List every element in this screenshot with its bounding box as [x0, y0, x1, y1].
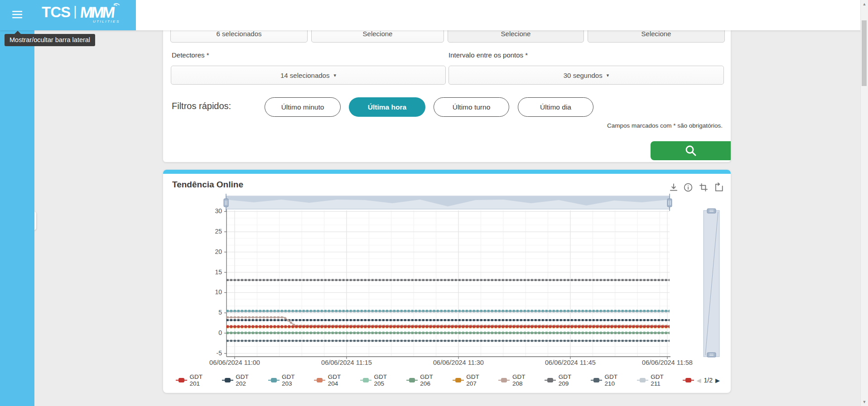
search-button[interactable] [651, 141, 731, 160]
legend-marker [222, 377, 233, 383]
legend-label: GDT 201 [189, 373, 213, 387]
legend-item-gdt-203[interactable]: GDT 203 [268, 373, 306, 387]
legend-prev-icon[interactable]: ◀ [697, 377, 701, 384]
scrollbar-up-icon[interactable]: ▲ [862, 2, 867, 6]
legend-label: GDT 207 [466, 373, 490, 387]
chart-legend: GDT 201GDT 202GDT 203GDT 204GDT 205GDT 2… [176, 373, 720, 387]
y-axis-label: 30 [207, 207, 222, 215]
legend-item-gdt-202[interactable]: GDT 202 [222, 373, 260, 387]
y-zoom-slider[interactable] [704, 209, 719, 357]
y-axis-label: 20 [207, 248, 222, 255]
x-axis-label: 06/06/2024 11:15 [313, 359, 381, 366]
legend-label: GDT 204 [328, 373, 352, 387]
legend-item-gdt-210[interactable]: GDT 210 [591, 373, 629, 387]
legend-label: GDT 210 [604, 373, 628, 387]
legend-next-icon[interactable]: ▶ [715, 377, 720, 384]
legend-items: GDT 201GDT 202GDT 203GDT 204GDT 205GDT 2… [176, 373, 697, 387]
legend-marker [268, 377, 279, 383]
app-logo-block: TCS | MMM UTILITIES [0, 0, 136, 30]
detectores-label: Detectores * [172, 51, 209, 59]
page-scrollbar-thumb[interactable] [862, 20, 867, 86]
legend-label: GDT 211 [651, 373, 674, 387]
x-zoom-slider[interactable] [224, 194, 672, 211]
legend-marker [406, 377, 417, 383]
chevron-down-icon: ▾ [607, 72, 609, 78]
required-note: Campos marcados com * são obrigatórios. [607, 122, 723, 129]
legend-marker [498, 377, 509, 383]
legend-item-gdt-201[interactable]: GDT 201 [176, 373, 214, 387]
detectores-value: 14 selecionados [280, 72, 329, 79]
legend-item-gdt-209[interactable]: GDT 209 [545, 373, 583, 387]
legend-marker [176, 377, 187, 383]
filters-card: 6 selecionadosSelecioneSelecioneSelecion… [163, 30, 731, 162]
legend-marker [683, 377, 694, 383]
intervalo-dropdown[interactable]: 30 segundos▾ [448, 66, 724, 85]
top-dropdown-value: Selecione [641, 30, 671, 38]
top-dropdown-1[interactable]: Selecione [311, 30, 444, 43]
y-axis-label: 0 [207, 329, 222, 336]
quick-filter-ultimo-minuto[interactable]: Último minuto [265, 97, 341, 117]
quick-filters-label: Filtros rápidos: [172, 101, 231, 111]
legend-item-gdt-208[interactable]: GDT 208 [498, 373, 536, 387]
intervalo-label: Intervalo entre os pontos * [448, 51, 528, 59]
scrollbar-down-icon[interactable]: ▼ [862, 400, 867, 404]
x-axis-label: 06/06/2024 11:58 [633, 359, 701, 366]
app-logo: TCS | MMM UTILITIES [42, 4, 121, 24]
app-screen: Tendência on-line André Monteiro TCS Adm… [0, 0, 868, 406]
wifi-signal-icon [114, 2, 121, 8]
hamburger-menu-button[interactable] [10, 8, 24, 21]
legend-marker [453, 377, 463, 383]
legend-label: GDT 209 [559, 373, 583, 387]
logo-separator: | [73, 4, 77, 19]
top-dropdown-value: Selecione [363, 30, 393, 38]
quick-filter-ultimo-dia[interactable]: Último dia [518, 97, 593, 117]
top-dropdown-3[interactable]: Selecione [588, 30, 725, 43]
top-dropdown-value: Selecione [501, 30, 531, 38]
legend-item-gdt-205[interactable]: GDT 205 [360, 373, 398, 387]
detectores-dropdown[interactable]: 14 selecionados▾ [171, 66, 446, 85]
legend-marker [591, 377, 602, 383]
sidebar [0, 30, 34, 406]
legend-item-gdt-206[interactable]: GDT 206 [406, 373, 444, 387]
legend-label: GDT 202 [236, 373, 260, 387]
hamburger-icon [10, 8, 24, 21]
y-axis-label: 5 [207, 309, 222, 316]
legend-pager: ◀ 1/2 ▶ [697, 377, 720, 384]
intervalo-value: 30 segundos [564, 72, 603, 79]
legend-item-gdt-207[interactable]: GDT 207 [453, 373, 491, 387]
legend-label: GDT 205 [374, 373, 398, 387]
x-axis-label: 06/06/2024 11:00 [201, 359, 269, 366]
search-icon [684, 144, 698, 158]
y-axis-label: -5 [207, 349, 222, 357]
sidebar-tooltip: Mostrar/ocultar barra lateral [5, 34, 95, 46]
logo-text-mmm: MMM [79, 4, 114, 21]
y-axis-label: 10 [207, 288, 222, 296]
y-axis-label: 25 [207, 228, 222, 235]
top-dropdown-2[interactable]: Selecione [448, 30, 584, 43]
legend-marker [637, 377, 648, 383]
legend-label: GDT 208 [512, 373, 536, 387]
legend-page-indicator: 1/2 [704, 377, 713, 384]
legend-marker [545, 377, 555, 383]
legend-marker [360, 377, 371, 383]
quick-filter-ultimo-turno[interactable]: Último turno [434, 97, 509, 117]
chart-card: Tendência Online 302520151050-5 06/06/20… [163, 170, 731, 393]
y-axis-label: 15 [207, 268, 222, 276]
logo-text-tcs: TCS [42, 4, 70, 21]
top-dropdown-0[interactable]: 6 selecionados [170, 30, 308, 43]
legend-label: GDT 203 [282, 373, 306, 387]
legend-item-gdt-204[interactable]: GDT 204 [314, 373, 352, 387]
legend-label: GDT 206 [420, 373, 444, 387]
top-dropdown-value: 6 selecionados [216, 30, 261, 38]
chevron-down-icon: ▾ [333, 72, 336, 78]
x-axis-label: 06/06/2024 11:30 [424, 359, 492, 366]
legend-item-truncated[interactable] [683, 377, 697, 383]
legend-item-gdt-211[interactable]: GDT 211 [637, 373, 675, 387]
legend-marker [314, 377, 325, 383]
quick-filter-ultima-hora[interactable]: Última hora [349, 97, 425, 117]
x-axis-label: 06/06/2024 11:45 [536, 359, 604, 366]
